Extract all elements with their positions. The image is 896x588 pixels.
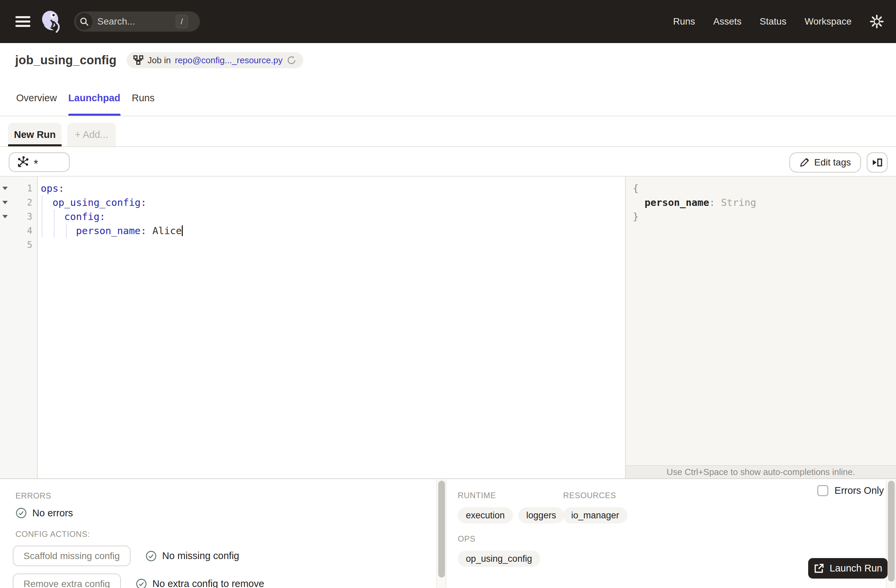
schema-line: }: [626, 210, 896, 224]
tab-new-run[interactable]: New Run: [8, 123, 62, 146]
fold-toggle-icon[interactable]: [0, 201, 10, 204]
launchpad-toolbar: * Edit tags: [0, 147, 896, 176]
no-missing-config-text: No missing config: [162, 550, 239, 561]
nav-link-assets[interactable]: Assets: [713, 16, 742, 27]
scrollbar-thumb[interactable]: [888, 481, 894, 582]
scrollbar-thumb[interactable]: [438, 481, 445, 577]
op-selector-input[interactable]: *: [9, 152, 70, 172]
op-graph-icon: [17, 156, 29, 168]
op-selector-value: *: [34, 158, 38, 169]
ops-tag-op-using-config[interactable]: op_using_config: [458, 551, 540, 567]
toggle-panel-button[interactable]: [867, 152, 888, 173]
code-line: ops:: [38, 181, 625, 196]
left-panel-scrollbar: [436, 480, 446, 588]
autocomplete-hint-bar: Use Ctrl+Space to show auto-completions …: [626, 465, 896, 479]
fold-toggle-icon[interactable]: [0, 215, 10, 218]
settings-gear-icon[interactable]: [870, 14, 884, 29]
no-extra-config-text: No extra config to remove: [152, 578, 264, 588]
hamburger-menu-icon[interactable]: [15, 16, 30, 27]
edit-tags-button[interactable]: Edit tags: [789, 152, 861, 173]
config-editor: 1 2 3 4 5 ops: op_using_config: config: …: [0, 176, 896, 479]
line-number: 5: [10, 240, 37, 250]
launch-run-label: Launch Run: [830, 563, 882, 574]
errors-only-label: Errors Only: [834, 485, 884, 496]
config-actions-label: CONFIG ACTIONS:: [15, 529, 436, 539]
runtime-tag-execution[interactable]: execution: [458, 507, 513, 523]
schema-line: person_name: String: [626, 196, 896, 210]
resources-section-label: RESOURCES: [563, 491, 628, 500]
remove-extra-config-button[interactable]: Remove extra config: [13, 574, 121, 588]
runtime-tag-loggers[interactable]: loggers: [518, 507, 564, 523]
runtime-section-label: RUNTIME: [458, 491, 563, 500]
yaml-code-area[interactable]: ops: op_using_config: config: person_nam…: [38, 176, 625, 479]
resources-tag-io-manager[interactable]: io_manager: [563, 507, 628, 523]
code-line: op_using_config:: [38, 196, 625, 210]
job-tabs: Overview Launchpad Runs: [16, 93, 154, 116]
config-schema-panel: { person_name: String } Use Ctrl+Space t…: [626, 176, 896, 479]
search-icon: [76, 13, 93, 30]
line-number: 2: [10, 198, 37, 208]
job-origin-badge: Job in repo@config..._resource.py: [126, 52, 303, 68]
search-placeholder: Search...: [97, 16, 135, 27]
no-errors-text: No errors: [32, 507, 73, 519]
fold-toggle-icon[interactable]: [0, 187, 10, 190]
dagster-logo-icon[interactable]: [41, 11, 61, 33]
page-title: job_using_config: [15, 53, 116, 67]
job-header: job_using_config Job in repo@config..._r…: [0, 43, 896, 116]
line-number: 1: [10, 183, 37, 193]
search-input[interactable]: Search... /: [74, 11, 200, 32]
tab-runs[interactable]: Runs: [132, 93, 155, 116]
nav-link-workspace[interactable]: Workspace: [805, 16, 852, 27]
tab-add-config[interactable]: + Add...: [67, 123, 116, 146]
edit-tags-label: Edit tags: [814, 157, 851, 168]
expand-panel-icon: [872, 157, 883, 168]
errors-panel: ERRORS No errors CONFIG ACTIONS: Scaffol…: [0, 479, 436, 588]
repo-link[interactable]: repo@config..._resource.py: [175, 55, 283, 65]
nav-link-runs[interactable]: Runs: [673, 16, 695, 27]
nav-link-status[interactable]: Status: [760, 16, 786, 27]
text-cursor: [182, 225, 183, 236]
launch-run-button[interactable]: Launch Run: [808, 558, 888, 579]
bottom-panel: ERRORS No errors CONFIG ACTIONS: Scaffol…: [0, 479, 896, 588]
tab-overview[interactable]: Overview: [16, 93, 57, 116]
check-circle-icon: [15, 507, 27, 519]
errors-only-checkbox[interactable]: [817, 485, 828, 496]
schema-line: {: [626, 181, 896, 196]
errors-section-label: ERRORS: [15, 491, 436, 501]
ops-section-label: OPS: [458, 534, 885, 544]
autocomplete-hint: Use Ctrl+Space to show auto-completions …: [666, 467, 855, 477]
top-nav: Search... / Runs Assets Status Workspace: [0, 0, 896, 43]
check-circle-icon: [145, 550, 157, 562]
indent-guide: [66, 224, 67, 238]
reload-icon[interactable]: [286, 55, 297, 65]
badge-prefix: Job in: [148, 55, 171, 65]
launch-icon: [814, 563, 824, 574]
launchpad-tab-strip: New Run + Add...: [0, 116, 896, 147]
line-number: 4: [10, 226, 37, 236]
search-shortcut-badge: /: [176, 15, 188, 28]
editor-gutter: 1 2 3 4 5: [0, 176, 38, 479]
job-graph-icon: [133, 55, 143, 65]
tab-launchpad[interactable]: Launchpad: [68, 93, 120, 116]
indent-guide: [54, 210, 55, 238]
pencil-icon: [799, 157, 809, 167]
dagster-launchpad-page: Search... / Runs Assets Status Workspace…: [0, 0, 896, 588]
scaffold-missing-config-button[interactable]: Scaffold missing config: [13, 545, 131, 566]
check-circle-icon: [136, 578, 147, 588]
code-line: config:: [38, 210, 625, 224]
code-line: person_name: Alice: [38, 224, 625, 238]
indent-guide: [42, 196, 43, 238]
line-number: 3: [10, 211, 37, 222]
